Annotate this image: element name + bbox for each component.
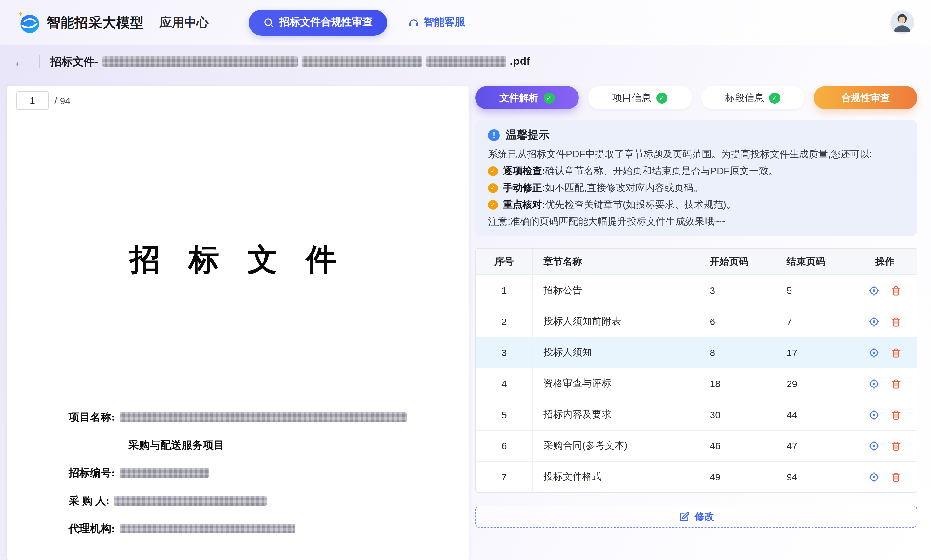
delete-icon[interactable] bbox=[890, 409, 902, 420]
redacted-title-segment bbox=[426, 56, 506, 67]
pdf-document-heading: 招 标 文 件 bbox=[7, 240, 469, 280]
back-button[interactable]: ← bbox=[13, 54, 28, 69]
start-page: 30 bbox=[699, 399, 776, 430]
check-circle-icon: ✓ bbox=[657, 92, 668, 103]
nav-smart-service-label: 智能客服 bbox=[424, 15, 465, 29]
tips-title: 温馨提示 bbox=[506, 128, 550, 142]
end-page: 47 bbox=[776, 430, 853, 461]
nav-smart-service-button[interactable]: 智能客服 bbox=[404, 15, 469, 30]
chapter-table: 序号 章节名称 开始页码 结束页码 操作 1 招标公告 3 5 bbox=[475, 248, 917, 493]
start-page: 3 bbox=[699, 275, 776, 306]
nav-app-center[interactable]: 应用中心 bbox=[160, 14, 209, 31]
locate-icon[interactable] bbox=[868, 285, 880, 296]
brand-title: 智能招采大模型 bbox=[47, 13, 144, 31]
locate-icon[interactable] bbox=[868, 471, 880, 483]
delete-icon[interactable] bbox=[890, 285, 902, 296]
tips-header: ! 温馨提示 bbox=[488, 128, 905, 142]
redacted-title-segment bbox=[302, 56, 422, 67]
start-page: 46 bbox=[699, 430, 776, 461]
tab-section-info[interactable]: 标段信息 ✓ bbox=[701, 86, 805, 109]
bid-number-label: 招标编号: bbox=[69, 464, 115, 482]
project-name-line2: 采购与配送服务项目 bbox=[128, 436, 469, 454]
start-page: 18 bbox=[699, 368, 776, 399]
tip-item: ✓ 重点核对:优先检查关键章节(如投标要求、技术规范)。 bbox=[488, 196, 905, 213]
tab-compliance-review-label: 合规性审查 bbox=[841, 92, 890, 104]
locate-icon[interactable] bbox=[868, 440, 880, 452]
pdf-cover-fields: 项目名称: 采购与配送服务项目 招标编号: 采 购 人: bbox=[69, 409, 469, 537]
table-row[interactable]: 4 资格审查与评标 18 29 bbox=[476, 368, 917, 399]
col-start-page: 开始页码 bbox=[699, 249, 776, 275]
row-index: 1 bbox=[476, 275, 533, 306]
purchaser-row: 采 购 人: bbox=[69, 492, 469, 509]
headset-icon bbox=[408, 17, 419, 28]
chapter-panel: 文件解析 ✓ 项目信息 ✓ 标段信息 ✓ 合规性审查 ! 温馨提示 bbox=[475, 86, 917, 528]
locate-icon[interactable] bbox=[868, 347, 880, 358]
document-title-suffix: .pdf bbox=[510, 55, 530, 68]
locate-icon[interactable] bbox=[868, 378, 880, 389]
tips-card: ! 温馨提示 系统已从招标文件PDF中提取了章节标题及页码范围。为提高投标文件生… bbox=[475, 120, 917, 236]
tab-file-parse[interactable]: 文件解析 ✓ bbox=[475, 86, 579, 109]
table-row[interactable]: 7 投标文件格式 49 94 bbox=[476, 461, 917, 492]
brand-logo-icon bbox=[17, 10, 42, 35]
end-page: 29 bbox=[776, 368, 853, 399]
chapter-name: 资格审查与评标 bbox=[533, 368, 699, 399]
delete-icon[interactable] bbox=[890, 378, 902, 389]
pdf-toolbar: / 94 bbox=[7, 86, 469, 115]
col-end-page: 结束页码 bbox=[776, 249, 853, 275]
top-header: 智能招采大模型 应用中心 招标文件合规性审查 智能客服 bbox=[0, 0, 931, 45]
check-circle-icon: ✓ bbox=[488, 183, 498, 192]
chapter-name: 招标公告 bbox=[533, 275, 699, 306]
locate-icon[interactable] bbox=[868, 409, 880, 420]
step-tabs: 文件解析 ✓ 项目信息 ✓ 标段信息 ✓ 合规性审查 bbox=[475, 86, 917, 109]
chapter-name: 采购合同(参考文本) bbox=[533, 430, 699, 461]
row-index: 4 bbox=[476, 368, 533, 399]
table-row[interactable]: 6 采购合同(参考文本) 46 47 bbox=[476, 430, 917, 461]
screenshot-stage: 智能招采大模型 应用中心 招标文件合规性审查 智能客服 ← 招标文件- bbox=[0, 0, 931, 560]
page-number-input[interactable] bbox=[16, 91, 49, 110]
start-page: 49 bbox=[699, 461, 776, 492]
app-root: 智能招采大模型 应用中心 招标文件合规性审查 智能客服 ← 招标文件- bbox=[0, 0, 931, 560]
header-divider bbox=[228, 15, 229, 29]
nav-compliance-review-label: 招标文件合规性审查 bbox=[279, 15, 372, 29]
locate-icon[interactable] bbox=[868, 315, 880, 327]
tab-compliance-review[interactable]: 合规性审查 bbox=[814, 86, 918, 109]
tab-project-info-label: 项目信息 bbox=[612, 92, 651, 104]
chapter-name: 投标人须知前附表 bbox=[533, 306, 699, 337]
col-actions: 操作 bbox=[853, 249, 917, 275]
delete-icon[interactable] bbox=[890, 315, 902, 327]
project-name-row: 项目名称: bbox=[69, 409, 469, 426]
tab-file-parse-label: 文件解析 bbox=[500, 92, 539, 104]
end-page: 7 bbox=[776, 306, 853, 337]
row-index: 2 bbox=[476, 306, 533, 337]
user-avatar[interactable] bbox=[890, 10, 914, 34]
table-row[interactable]: 2 投标人须知前附表 6 7 bbox=[476, 306, 917, 337]
breadcrumb: ← 招标文件- .pdf bbox=[0, 45, 931, 78]
delete-icon[interactable] bbox=[890, 440, 902, 452]
delete-icon[interactable] bbox=[890, 471, 902, 483]
start-page: 8 bbox=[699, 337, 776, 368]
search-doc-icon bbox=[263, 17, 274, 28]
tab-project-info[interactable]: 项目信息 ✓ bbox=[588, 86, 692, 109]
modify-button[interactable]: 修改 bbox=[475, 506, 917, 528]
row-index: 3 bbox=[476, 337, 533, 368]
redacted-title-segment bbox=[102, 56, 297, 67]
agency-row: 代理机构: bbox=[69, 520, 469, 537]
table-row-highlighted[interactable]: 3 投标人须知 8 17 bbox=[476, 337, 917, 368]
start-page: 6 bbox=[699, 306, 776, 337]
purchaser-label: 采 购 人: bbox=[69, 492, 110, 509]
row-index: 7 bbox=[476, 461, 533, 492]
redacted-project-name bbox=[120, 412, 406, 422]
table-row[interactable]: 1 招标公告 3 5 bbox=[476, 275, 917, 306]
tip-item: ✓ 逐项检查:确认章节名称、开始页和结束页是否与PDF原文一致。 bbox=[488, 163, 905, 179]
table-row[interactable]: 5 招标内容及要求 30 44 bbox=[476, 399, 917, 430]
delete-icon[interactable] bbox=[890, 347, 902, 358]
bid-number-row: 招标编号: bbox=[69, 464, 469, 482]
tips-note: 注意:准确的页码匹配能大幅提升投标文件生成效果哦~~ bbox=[488, 213, 905, 230]
info-icon: ! bbox=[488, 129, 500, 141]
redacted-agency bbox=[120, 524, 294, 534]
row-index: 6 bbox=[476, 430, 533, 461]
check-circle-icon: ✓ bbox=[543, 92, 554, 103]
agency-label: 代理机构: bbox=[69, 520, 115, 537]
end-page: 17 bbox=[776, 337, 853, 368]
nav-compliance-review-button[interactable]: 招标文件合规性审查 bbox=[248, 9, 387, 35]
